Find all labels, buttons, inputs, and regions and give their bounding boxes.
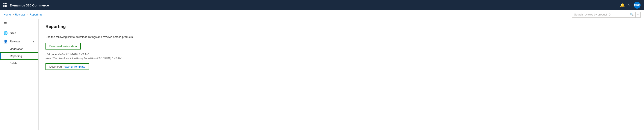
sidebar-item-reviews[interactable]: 👤 Reviews ▲: [0, 37, 38, 46]
search-dropdown-icon[interactable]: ▼: [636, 12, 640, 17]
breadcrumb-home[interactable]: Home: [4, 13, 11, 16]
svg-rect-1: [5, 3, 6, 4]
globe-icon: 🌐: [4, 31, 8, 35]
help-icon[interactable]: ?: [628, 3, 630, 8]
main-content: Reporting Use the following link to down…: [38, 19, 644, 130]
layout: ☰ 🌐 Sites 👤 Reviews ▲ Moderation Reporti…: [0, 19, 644, 130]
reviews-sub-menu: Moderation Reporting Delete: [0, 46, 38, 67]
moderation-label: Moderation: [10, 47, 24, 51]
breadcrumb: Home > Reviews > Reporting: [4, 13, 42, 16]
sidebar-sites-label: Sites: [10, 31, 35, 35]
powerbi-template-link[interactable]: PowerBI Template: [63, 65, 85, 68]
hamburger-icon[interactable]: ☰: [0, 19, 38, 29]
topbar-actions: 🔔 ? MRG: [620, 2, 640, 9]
app-title: Dynamics 365 Commerce: [10, 4, 618, 7]
sidebar-reviews-label: Reviews: [10, 40, 30, 43]
search-box: 🔍 ▼: [572, 12, 640, 18]
svg-rect-6: [4, 6, 4, 7]
person-icon: 👤: [4, 39, 8, 43]
sidebar: ☰ 🌐 Sites 👤 Reviews ▲ Moderation Reporti…: [0, 19, 38, 130]
breadcrumb-sep-1: >: [12, 13, 14, 16]
breadcrumb-bar: Home > Reviews > Reporting 🔍 ▼: [0, 10, 644, 19]
reporting-label: Reporting: [10, 54, 22, 58]
breadcrumb-current: Reporting: [30, 13, 42, 16]
download-review-data-button[interactable]: Download review data: [46, 43, 81, 49]
breadcrumb-sep-2: >: [27, 13, 28, 16]
svg-rect-4: [5, 5, 6, 6]
download-powerbi-button[interactable]: Download PowerBI Template: [46, 63, 89, 70]
delete-label: Delete: [10, 61, 18, 65]
search-button[interactable]: 🔍: [628, 12, 636, 17]
sidebar-item-delete[interactable]: Delete: [0, 60, 38, 67]
link-generated-text: Link generated at 8/14/2019, 3:41 PM: [46, 53, 637, 56]
svg-rect-3: [4, 5, 4, 6]
svg-rect-5: [6, 5, 7, 6]
page-title: Reporting: [46, 24, 637, 32]
breadcrumb-reviews[interactable]: Reviews: [15, 13, 26, 16]
page-description: Use the following link to download ratin…: [46, 35, 637, 39]
svg-rect-2: [6, 3, 7, 4]
powerbi-prefix: Download: [49, 65, 62, 68]
topbar: Dynamics 365 Commerce 🔔 ? MRG: [0, 0, 644, 10]
chevron-up-icon: ▲: [32, 40, 35, 43]
grid-icon[interactable]: [4, 3, 7, 7]
svg-rect-7: [5, 6, 6, 7]
sidebar-item-moderation[interactable]: Moderation: [0, 46, 38, 52]
avatar[interactable]: MRG: [634, 2, 640, 9]
sidebar-item-reporting[interactable]: Reporting: [0, 52, 38, 60]
sidebar-item-sites[interactable]: 🌐 Sites: [0, 29, 38, 37]
search-input[interactable]: [572, 13, 628, 16]
svg-rect-0: [4, 3, 4, 4]
link-note-text: Note: This download link will only be va…: [46, 57, 637, 60]
notification-icon[interactable]: 🔔: [620, 3, 625, 8]
svg-rect-8: [6, 6, 7, 7]
